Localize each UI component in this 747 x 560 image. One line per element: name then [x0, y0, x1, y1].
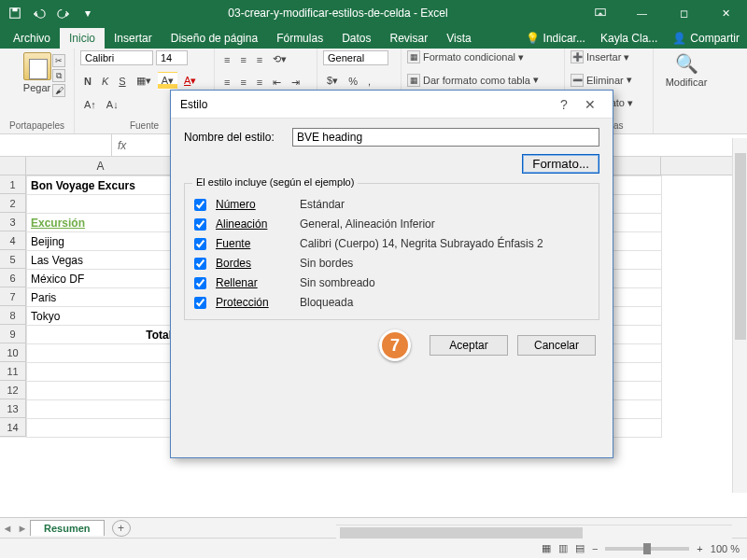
style-include-checkbox[interactable]	[194, 199, 206, 211]
cell[interactable]	[27, 382, 176, 400]
cell[interactable]: Tokyo	[27, 307, 176, 326]
save-icon[interactable]	[6, 4, 24, 22]
row-header[interactable]: 2	[0, 194, 26, 213]
align-left-icon[interactable]: ≡	[220, 74, 233, 91]
percent-format-icon[interactable]: %	[345, 73, 361, 90]
indent-increase-icon[interactable]: ⇥	[288, 74, 303, 91]
dialog-help-button[interactable]: ?	[551, 97, 577, 112]
comma-format-icon[interactable]: ,	[364, 73, 374, 90]
cell[interactable]	[27, 363, 176, 382]
minimize-button[interactable]: —	[621, 0, 663, 26]
sheet-nav-next-icon[interactable]: ►	[15, 523, 30, 534]
italic-button[interactable]: K	[98, 73, 112, 90]
row-header[interactable]: 11	[0, 362, 26, 381]
tell-me[interactable]: 💡 Indicar...	[518, 28, 593, 49]
zoom-slider[interactable]	[605, 547, 689, 551]
style-include-checkbox[interactable]	[194, 297, 206, 309]
zoom-level[interactable]: 100 %	[711, 543, 740, 554]
style-name-input[interactable]	[292, 128, 599, 147]
format-as-table-button[interactable]: ▦Dar formato como tabla ▾	[407, 74, 558, 87]
decrease-font-icon[interactable]: A↓	[103, 96, 122, 113]
select-all-corner[interactable]	[0, 157, 26, 175]
accounting-format-icon[interactable]: $▾	[323, 72, 342, 90]
cancel-button[interactable]: Cancelar	[517, 335, 596, 356]
cell[interactable]: México DF	[27, 270, 176, 288]
font-color-button[interactable]: A▾	[180, 72, 200, 90]
align-middle-icon[interactable]: ≡	[236, 51, 249, 68]
view-page-layout-icon[interactable]: ▥	[558, 542, 568, 554]
cell[interactable]	[27, 419, 176, 438]
align-bottom-icon[interactable]: ≡	[253, 51, 266, 68]
view-page-break-icon[interactable]: ▤	[575, 542, 585, 554]
tab-revisar[interactable]: Revisar	[381, 28, 438, 49]
cell[interactable]	[27, 400, 176, 419]
undo-icon[interactable]	[30, 4, 49, 22]
style-include-checkbox[interactable]	[194, 277, 206, 289]
cut-icon[interactable]: ✂	[52, 54, 65, 67]
vertical-scrollbar[interactable]	[732, 138, 747, 493]
sheet-tab-resumen[interactable]: Resumen	[30, 520, 105, 536]
row-header[interactable]: 9	[0, 325, 26, 343]
row-header[interactable]: 13	[0, 399, 26, 418]
format-painter-icon[interactable]: 🖌	[52, 84, 65, 97]
redo-icon[interactable]	[54, 4, 73, 22]
tab-vista[interactable]: Vista	[437, 28, 480, 49]
cell[interactable]: Total	[27, 326, 176, 344]
increase-font-icon[interactable]: A↑	[80, 96, 100, 113]
style-include-checkbox[interactable]	[194, 238, 206, 250]
row-header[interactable]: 12	[0, 381, 26, 399]
horizontal-scrollbar[interactable]	[336, 525, 732, 539]
number-format-select[interactable]	[323, 50, 388, 65]
tab-diseno[interactable]: Diseño de página	[162, 28, 267, 49]
insert-cells-button[interactable]: ➕Insertar ▾	[571, 50, 647, 63]
align-top-icon[interactable]: ≡	[220, 51, 233, 68]
share-button[interactable]: 👤 Compartir	[665, 28, 747, 49]
fx-icon[interactable]: fx	[118, 139, 126, 152]
cell[interactable]	[27, 195, 176, 214]
underline-button[interactable]: S	[115, 73, 129, 90]
row-header[interactable]: 1	[0, 175, 26, 194]
cell[interactable]: Excursión	[27, 214, 176, 232]
cell[interactable]: Bon Voyage Excurs	[27, 176, 176, 195]
tab-formulas[interactable]: Fórmulas	[267, 28, 332, 49]
qat-customize-icon[interactable]: ▾	[78, 4, 97, 22]
ok-button[interactable]: Aceptar	[430, 335, 508, 356]
font-size-select[interactable]	[156, 50, 188, 65]
file-tab[interactable]: Archivo	[4, 28, 60, 49]
orientation-icon[interactable]: ⟲▾	[269, 50, 290, 68]
zoom-out-button[interactable]: −	[592, 543, 598, 554]
tab-inicio[interactable]: Inicio	[60, 28, 105, 49]
view-normal-icon[interactable]: ▦	[542, 542, 551, 554]
row-header[interactable]: 6	[0, 269, 26, 287]
cell[interactable]: Las Vegas	[27, 251, 176, 270]
cell[interactable]: Beijing	[27, 232, 176, 251]
tab-insertar[interactable]: Insertar	[105, 28, 162, 49]
new-sheet-button[interactable]: +	[112, 520, 131, 537]
maximize-button[interactable]: ◻	[663, 0, 705, 26]
bold-button[interactable]: N	[80, 73, 95, 90]
ribbon-options-icon[interactable]	[579, 0, 621, 26]
row-header[interactable]: 14	[0, 418, 26, 437]
row-header[interactable]: 3	[0, 213, 26, 231]
editing-button[interactable]: 🔍 Modificar	[659, 50, 713, 90]
name-box[interactable]	[0, 134, 112, 156]
indent-decrease-icon[interactable]: ⇤	[269, 74, 285, 91]
sheet-nav-prev-icon[interactable]: ◄	[0, 523, 15, 534]
user-account[interactable]: Kayla Cla...	[593, 28, 665, 49]
font-name-select[interactable]	[80, 50, 153, 65]
delete-cells-button[interactable]: ➖Eliminar ▾	[571, 74, 647, 87]
conditional-format-button[interactable]: ▦Formato condicional ▾	[407, 50, 558, 63]
dialog-close-button[interactable]: ✕	[577, 97, 603, 112]
row-header[interactable]: 10	[0, 343, 26, 362]
align-right-icon[interactable]: ≡	[253, 74, 266, 91]
border-button[interactable]: ▦▾	[133, 72, 155, 90]
fill-color-button[interactable]: A▾	[158, 72, 177, 90]
close-button[interactable]: ✕	[705, 0, 747, 26]
style-include-checkbox[interactable]	[194, 218, 206, 231]
row-header[interactable]: 8	[0, 306, 26, 325]
style-include-checkbox[interactable]	[194, 258, 206, 270]
copy-icon[interactable]: ⧉	[52, 69, 65, 82]
row-header[interactable]: 5	[0, 250, 26, 269]
tab-datos[interactable]: Datos	[332, 28, 380, 49]
row-header[interactable]: 7	[0, 287, 26, 306]
